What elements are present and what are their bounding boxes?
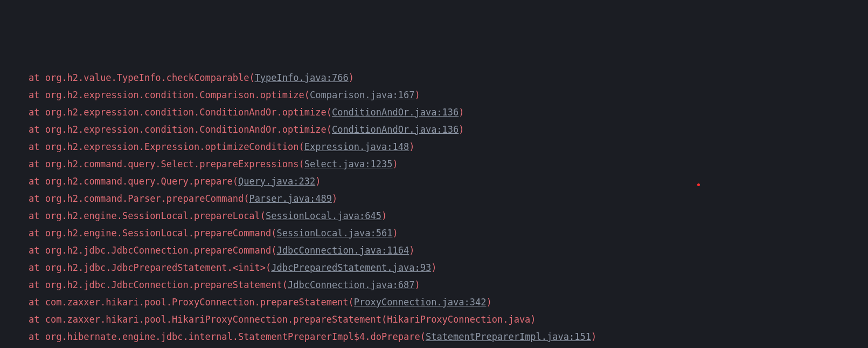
source-link[interactable]: SessionLocal.java:561 xyxy=(277,228,393,238)
frame-indent xyxy=(6,279,29,290)
frame-indent xyxy=(6,314,29,325)
qualified-method: org.h2.expression.condition.ConditionAnd… xyxy=(45,107,327,118)
paren-open: ( xyxy=(298,159,304,169)
source-link[interactable]: Comparison.java:167 xyxy=(310,90,414,100)
at-keyword: at xyxy=(29,314,45,325)
stack-trace-console: at org.h2.value.TypeInfo.checkComparable… xyxy=(6,69,868,348)
at-keyword: at xyxy=(29,297,45,308)
paren-close: ) xyxy=(431,262,436,273)
source-link[interactable]: Select.java:1235 xyxy=(304,159,393,169)
source-link[interactable]: Expression.java:148 xyxy=(304,141,409,152)
paren-close: ) xyxy=(486,297,491,308)
source-link[interactable]: Query.java:232 xyxy=(238,176,315,187)
stack-frame: at org.h2.command.query.Select.prepareEx… xyxy=(6,155,868,173)
at-keyword: at xyxy=(29,245,45,256)
paren-close: ) xyxy=(591,331,596,342)
source-link[interactable]: ProxyConnection.java:342 xyxy=(354,297,487,308)
frame-indent xyxy=(6,90,29,100)
frame-indent xyxy=(6,297,29,308)
stack-frame: at org.h2.expression.condition.Compariso… xyxy=(6,86,868,104)
paren-open: ( xyxy=(349,297,354,308)
paren-open: ( xyxy=(249,72,254,83)
paren-close: ) xyxy=(409,245,414,256)
paren-open: ( xyxy=(327,107,332,118)
frame-indent xyxy=(6,159,29,169)
frame-indent xyxy=(6,245,29,256)
qualified-method: org.h2.value.TypeInfo.checkComparable xyxy=(45,72,249,83)
at-keyword: at xyxy=(29,141,45,152)
qualified-method: org.hibernate.engine.jdbc.internal.State… xyxy=(45,331,420,342)
frame-indent xyxy=(6,193,29,204)
paren-close: ) xyxy=(414,90,420,100)
source-link[interactable]: ConditionAndOr.java:136 xyxy=(332,124,459,135)
breakpoint-indicator[interactable] xyxy=(697,183,700,186)
source-link[interactable]: JdbcConnection.java:687 xyxy=(288,279,414,290)
source-link[interactable]: JdbcConnection.java:1164 xyxy=(277,245,409,256)
frame-indent xyxy=(6,107,29,118)
qualified-method: com.zaxxer.hikari.pool.HikariProxyConnec… xyxy=(45,314,381,325)
stack-frame: at org.h2.engine.SessionLocal.prepareLoc… xyxy=(6,207,868,224)
qualified-method: org.h2.command.query.Select.prepareExpre… xyxy=(45,159,299,169)
qualified-method: org.h2.jdbc.JdbcConnection.prepareComman… xyxy=(45,245,272,256)
paren-close: ) xyxy=(315,176,321,187)
paren-close: ) xyxy=(381,210,387,221)
paren-close: ) xyxy=(530,314,536,325)
at-keyword: at xyxy=(29,107,45,118)
frame-indent xyxy=(6,141,29,152)
at-keyword: at xyxy=(29,262,45,273)
paren-close: ) xyxy=(459,107,464,118)
paren-close: ) xyxy=(349,72,354,83)
source-link[interactable]: JdbcPreparedStatement.java:93 xyxy=(271,262,431,273)
paren-close: ) xyxy=(409,141,414,152)
stack-frame: at org.h2.jdbc.JdbcConnection.prepareCom… xyxy=(6,242,868,259)
stack-frame: at com.zaxxer.hikari.pool.HikariProxyCon… xyxy=(6,311,868,328)
paren-close: ) xyxy=(332,193,337,204)
paren-open: ( xyxy=(266,262,271,273)
at-keyword: at xyxy=(29,72,45,83)
paren-open: ( xyxy=(381,314,387,325)
stack-frame: at org.h2.expression.condition.Condition… xyxy=(6,121,868,138)
frame-indent xyxy=(6,228,29,238)
at-keyword: at xyxy=(29,228,45,238)
source-link[interactable]: StatementPreparerImpl.java:151 xyxy=(426,331,591,342)
frame-indent xyxy=(6,262,29,273)
frame-indent xyxy=(6,176,29,187)
frame-indent xyxy=(6,331,29,342)
qualified-method: org.h2.jdbc.JdbcPreparedStatement.<init> xyxy=(45,262,266,273)
at-keyword: at xyxy=(29,331,45,342)
paren-close: ) xyxy=(393,159,398,169)
at-keyword: at xyxy=(29,176,45,187)
at-keyword: at xyxy=(29,193,45,204)
paren-open: ( xyxy=(420,331,426,342)
at-keyword: at xyxy=(29,210,45,221)
source-link[interactable]: Parser.java:489 xyxy=(249,193,332,204)
stack-frame: at org.h2.jdbc.JdbcPreparedStatement.<in… xyxy=(6,259,868,276)
qualified-method: org.h2.expression.Expression.optimizeCon… xyxy=(45,141,299,152)
paren-open: ( xyxy=(304,90,310,100)
paren-open: ( xyxy=(271,228,276,238)
paren-close: ) xyxy=(414,279,420,290)
stack-frame: at org.h2.command.query.Query.prepare(Qu… xyxy=(6,173,868,190)
qualified-method: org.h2.engine.SessionLocal.prepareLocal xyxy=(45,210,260,221)
at-keyword: at xyxy=(29,279,45,290)
stack-frame: at com.zaxxer.hikari.pool.ProxyConnectio… xyxy=(6,294,868,311)
frame-indent xyxy=(6,210,29,221)
source-link[interactable]: ConditionAndOr.java:136 xyxy=(332,107,459,118)
stack-frame: at org.h2.engine.SessionLocal.prepareCom… xyxy=(6,224,868,242)
frame-indent xyxy=(6,72,29,83)
frame-indent xyxy=(6,124,29,135)
qualified-method: org.h2.command.Parser.prepareCommand xyxy=(45,193,244,204)
at-keyword: at xyxy=(29,159,45,169)
at-keyword: at xyxy=(29,124,45,135)
source-text: HikariProxyConnection.java xyxy=(387,314,530,325)
stack-frame: at org.hibernate.engine.jdbc.internal.St… xyxy=(6,345,868,348)
qualified-method: org.h2.expression.condition.ConditionAnd… xyxy=(45,124,327,135)
qualified-method: org.h2.jdbc.JdbcConnection.prepareStatem… xyxy=(45,279,282,290)
source-link[interactable]: TypeInfo.java:766 xyxy=(255,72,349,83)
qualified-method: com.zaxxer.hikari.pool.ProxyConnection.p… xyxy=(45,297,349,308)
paren-open: ( xyxy=(327,124,332,135)
stack-frame: at org.h2.jdbc.JdbcConnection.prepareSta… xyxy=(6,276,868,294)
paren-open: ( xyxy=(233,176,238,187)
paren-close: ) xyxy=(459,124,464,135)
source-link[interactable]: SessionLocal.java:645 xyxy=(266,210,381,221)
